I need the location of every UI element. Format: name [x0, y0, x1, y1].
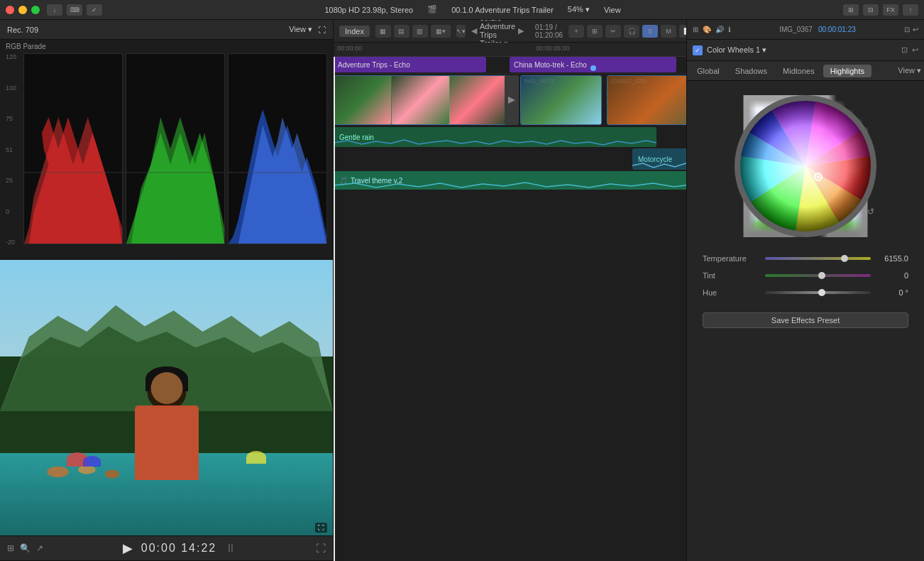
paste-icon[interactable]: ↩	[913, 26, 918, 33]
svg-marker-4	[131, 117, 224, 244]
color-wheels-label[interactable]: Color Wheels 1 ▾	[707, 45, 897, 55]
view-dropdown[interactable]: View	[604, 6, 621, 14]
track-travel-theme[interactable]: 🎵 Travel theme v.2	[334, 171, 686, 190]
clip-view-icon[interactable]: ▤	[394, 25, 409, 38]
tint-slider[interactable]	[765, 274, 871, 277]
hue-slider[interactable]	[765, 291, 871, 294]
audio-icon[interactable]: 🎧	[624, 25, 639, 38]
y-label-51: 51	[6, 146, 21, 153]
fullscreen-icon[interactable]: ⛶	[315, 523, 327, 533]
save-preset-button[interactable]: Save Effects Preset	[703, 312, 908, 328]
svg-point-12	[78, 465, 95, 474]
hue-thumb[interactable]	[818, 289, 825, 296]
playhead[interactable]	[334, 57, 335, 561]
timeline-position: 01:19 / 01:20:06	[535, 23, 563, 39]
expand-icon[interactable]: ⛶	[316, 543, 326, 554]
zoom-icon[interactable]: 🔍	[20, 543, 31, 553]
transition-img0453[interactable]	[505, 75, 519, 125]
share-icon[interactable]: ↑	[903, 4, 918, 16]
pause-button[interactable]: ⏸	[225, 542, 236, 555]
color-wheels-checkbox[interactable]: ✓	[693, 45, 703, 55]
track-motorcycle[interactable]: Motorcycle	[632, 148, 686, 170]
fullscreen-button[interactable]	[31, 6, 40, 14]
video-preview: ⛶	[0, 260, 333, 535]
grid-view-icon[interactable]: ▦▾	[431, 25, 451, 38]
film-icon: 🎬	[427, 5, 437, 14]
settings-icon[interactable]: ⛶	[318, 26, 326, 34]
filmstrip-icon[interactable]: ▦	[375, 25, 391, 38]
download-icon[interactable]: ↓	[47, 4, 62, 16]
tab-midtones[interactable]: Midtones	[776, 65, 822, 77]
tint-label: Tint	[703, 271, 759, 280]
tint-row: Tint 0	[703, 267, 908, 284]
audio-panel-icon[interactable]: 🔊	[715, 26, 724, 33]
play-button[interactable]: ▶	[123, 540, 133, 556]
view-mode-icon[interactable]: ⊞	[7, 543, 14, 553]
tab-shadows[interactable]: Shadows	[728, 65, 774, 77]
arrow-tool[interactable]: ↖▾	[456, 25, 466, 38]
waveform-graphs: 120 100 75 51 25 0 -20	[0, 53, 333, 260]
workspace-icon[interactable]: ⊞	[843, 4, 859, 16]
tint-thumb[interactable]	[818, 272, 825, 279]
mute-icon[interactable]: M	[661, 25, 676, 38]
color-paste-icon[interactable]: ↩	[912, 45, 918, 55]
minimize-button[interactable]	[18, 6, 27, 14]
check-icon[interactable]: ✓	[87, 4, 102, 16]
clip-duration: 00:00:01:23	[818, 26, 856, 33]
timeline-tracks: IMG_1775	[334, 57, 686, 561]
svg-point-13	[105, 470, 119, 479]
clip-150802020[interactable]: 150802_020	[607, 75, 686, 125]
expand-clip-icon[interactable]: ⬜	[679, 25, 686, 38]
solo-icon[interactable]: S	[642, 25, 658, 38]
add-track-icon[interactable]: +	[568, 25, 584, 38]
track-gentle-rain[interactable]: Gentle rain	[334, 127, 656, 147]
hue-row: Hue 0 °	[703, 284, 908, 301]
red-channel: Red	[23, 53, 123, 257]
temperature-slider[interactable]	[765, 257, 871, 260]
timeline-view-icons: ▦ ▤ ▥ ▦▾	[375, 25, 451, 38]
main-layout: Rec. 709 View ▾ ⛶ RGB Parade 120 100 75 …	[0, 20, 924, 561]
purple-audio-row: Adventure Trips - Echo China Moto-trek -…	[334, 57, 686, 74]
format-info: 1080p HD 23.98p, Stereo	[324, 6, 413, 14]
clip-connect-icon[interactable]: ⊞	[587, 25, 603, 38]
blue-waveform-svg	[228, 53, 327, 244]
effects-icon[interactable]: FX	[883, 4, 898, 16]
ruler-mark-5: 00:00:05:00	[536, 45, 570, 52]
view-waveform-btn[interactable]: View ▾	[289, 25, 312, 34]
grid-icon[interactable]: ⊟	[863, 4, 879, 16]
tab-global[interactable]: Global	[690, 65, 727, 77]
video-clips-row: IMG_0453 IMG_0873	[334, 74, 686, 127]
next-arrow[interactable]: ▶	[518, 26, 524, 36]
blade-icon[interactable]: ✂	[605, 25, 621, 38]
project-title: 00.1.0 Adventure Trips Trailer	[451, 6, 554, 14]
color-view-btn[interactable]: View ▾	[898, 66, 921, 75]
zoom-level[interactable]: 54% ▾	[568, 5, 590, 14]
right-panel: ⊞ 🎨 🔊 ℹ IMG_0367 00:00:01:23 ⊡ ↩ ✓ Color…	[686, 20, 924, 561]
color-sliders: Temperature 6155.0 Tint 0 Hue	[694, 244, 917, 307]
close-button[interactable]	[6, 6, 14, 14]
color-wheels-header: ✓ Color Wheels 1 ▾ ⊡ ↩	[687, 40, 924, 61]
copy-icon[interactable]: ⊡	[904, 26, 910, 33]
audio-adventure-echo[interactable]: Adventure Trips - Echo	[334, 57, 486, 72]
clip-icon[interactable]: ⊞	[693, 26, 698, 33]
left-panel: Rec. 709 View ▾ ⛶ RGB Parade 120 100 75 …	[0, 20, 334, 561]
colorspace-label: Rec. 709	[7, 26, 38, 34]
green-channel: Green	[126, 53, 225, 257]
color-wheel-svg: ↺	[735, 95, 876, 237]
key-icon[interactable]: ⌨	[67, 4, 82, 16]
info-icon[interactable]: ℹ	[728, 26, 731, 33]
color-icon[interactable]: 🎨	[703, 26, 711, 33]
temperature-value: 6155.0	[876, 254, 908, 263]
list-icon[interactable]: ▥	[412, 25, 428, 38]
timeline-panel: Index ▦ ▤ ▥ ▦▾ ↖▾ ◀ 00.1.0 Adventure Tri…	[334, 20, 686, 561]
color-copy-icon[interactable]: ⊡	[901, 45, 908, 55]
clip-img0873[interactable]: IMG_0873	[520, 75, 602, 125]
share-icon[interactable]: ↗	[36, 543, 43, 553]
clip-img0453[interactable]: IMG_0453	[334, 75, 507, 125]
marker-dot	[590, 65, 596, 71]
audio-china-moto[interactable]: China Moto-trek - Echo	[510, 57, 676, 72]
temperature-thumb[interactable]	[841, 255, 848, 262]
tab-highlights[interactable]: Highlights	[823, 65, 871, 77]
prev-arrow[interactable]: ◀	[471, 26, 477, 36]
index-button[interactable]: Index	[339, 26, 370, 37]
